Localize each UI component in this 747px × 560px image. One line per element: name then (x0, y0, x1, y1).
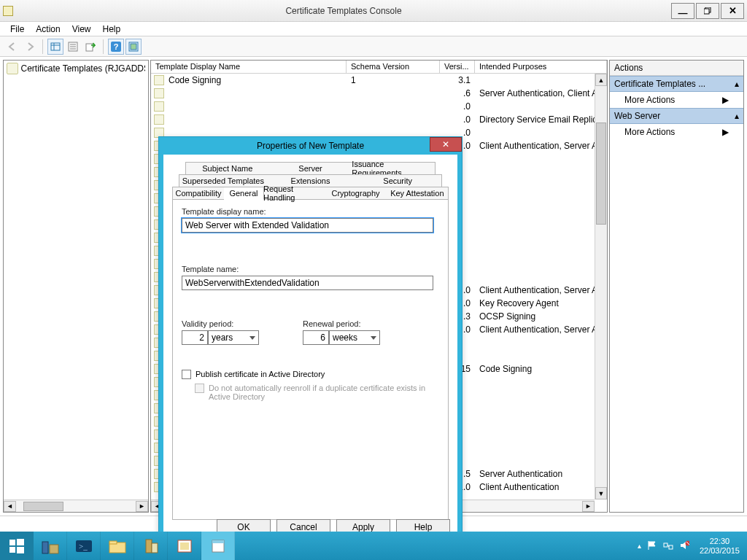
list-row[interactable]: .0Directory Service Email Replica (151, 113, 607, 126)
template-display-name-input[interactable] (182, 218, 433, 233)
renewal-value-input[interactable] (303, 330, 329, 345)
actions-sect-label: Certificate Templates ... (614, 79, 705, 89)
more-actions-item[interactable]: More Actions ▶ (610, 92, 743, 108)
task-cert-templates[interactable] (168, 532, 201, 560)
menu-action[interactable]: Action (30, 23, 66, 36)
tab-server[interactable]: Server (269, 162, 353, 175)
tab-superseded-templates[interactable]: Superseded Templates (179, 174, 268, 187)
task-ad-ca[interactable] (134, 532, 168, 560)
clock-date: 22/03/2015 (700, 546, 740, 556)
svg-rect-28 (664, 543, 667, 547)
tree-hscroll[interactable]: ◄ ► (4, 499, 148, 512)
forward-button[interactable] (22, 39, 38, 55)
restore-button[interactable] (696, 3, 719, 19)
task-explorer[interactable] (101, 532, 134, 560)
list-header: Template Display Name Schema Version Ver… (151, 61, 607, 74)
actions-panel: Actions Certificate Templates ... ▴ More… (609, 60, 744, 513)
actions-item-label: More Actions (624, 127, 675, 137)
tree-root[interactable]: Certificate Templates (RJGADDS (4, 61, 148, 77)
cell-version: .0 (440, 114, 475, 125)
tab-request-handling[interactable]: Request Handling (263, 187, 325, 200)
list-vscroll[interactable]: ▲ ▼ (595, 74, 607, 499)
toolbar-list-icon[interactable] (47, 39, 63, 55)
tab-strip: Subject Name Server Issuance Requirement… (172, 162, 449, 199)
tray-overflow-icon[interactable]: ▴ (638, 542, 641, 550)
window-title: Certificate Templates Console (16, 6, 671, 16)
renewal-period-label: Renewal period: (303, 319, 380, 328)
arrow-right-icon: ▶ (722, 127, 729, 137)
task-properties-dialog[interactable] (201, 532, 235, 560)
publish-in-ad-checkbox[interactable] (182, 370, 191, 379)
tray-network-icon[interactable] (663, 540, 673, 552)
window-titlebar: Certificate Templates Console — ✕ (0, 0, 747, 22)
svg-rect-16 (42, 542, 48, 553)
svg-rect-29 (669, 545, 673, 549)
svg-rect-12 (9, 540, 15, 545)
cell-version: .0 (440, 101, 475, 112)
start-button[interactable] (0, 532, 34, 560)
template-icon (154, 114, 164, 125)
task-server-manager[interactable] (34, 532, 67, 560)
cell-purpose: Server Authentication, Client A (475, 88, 607, 98)
menu-file[interactable]: File (4, 23, 30, 36)
collapse-icon: ▴ (735, 111, 739, 121)
actions-section-web-server[interactable]: Web Server ▴ (610, 108, 743, 124)
tab-subject-name[interactable]: Subject Name (185, 162, 270, 175)
validity-unit-select[interactable]: years (208, 330, 259, 345)
help-icon[interactable]: ? (108, 39, 124, 55)
dialog-close-button[interactable]: ✕ (430, 137, 462, 152)
properties-dialog: Properties of New Template ✕ Subject Nam… (158, 136, 462, 545)
col-schema[interactable]: Schema Version (347, 61, 440, 73)
template-display-name-label: Template display name: (182, 207, 439, 216)
menu-bar: File Action View Help (0, 22, 747, 36)
tab-key-attestation[interactable]: Key Attestation (387, 187, 449, 200)
taskbar-clock[interactable]: 22:30 22/03/2015 (695, 537, 744, 556)
dialog-titlebar[interactable]: Properties of New Template ✕ (159, 137, 462, 155)
tab-issuance-requirements[interactable]: Issuance Requirements (352, 162, 436, 175)
renewal-unit-select[interactable]: weeks (329, 330, 380, 345)
tab-security[interactable]: Security (354, 174, 442, 187)
minimize-button[interactable]: — (671, 3, 694, 19)
template-name-input[interactable] (182, 276, 433, 290)
svg-rect-25 (180, 542, 189, 550)
toolbar-properties-icon[interactable] (65, 39, 81, 55)
svg-rect-13 (17, 539, 24, 545)
template-icon (154, 88, 164, 98)
template-icon (154, 75, 164, 85)
tab-general[interactable]: General (224, 187, 264, 200)
arrow-right-icon: ▶ (722, 95, 729, 105)
certificate-templates-icon (7, 63, 18, 74)
collapse-icon: ▴ (735, 79, 739, 89)
actions-item-label: More Actions (624, 95, 675, 105)
no-reenroll-checkbox-row: Do not automatically reenroll if a dupli… (195, 384, 439, 401)
cell-name: Code Signing (164, 75, 347, 85)
toolbar-template-icon[interactable] (125, 39, 142, 55)
no-reenroll-label: Do not automatically reenroll if a dupli… (209, 384, 427, 401)
tab-page-general: Template display name: Template name: Va… (172, 199, 449, 520)
tray-volume-icon[interactable] (679, 540, 689, 552)
list-row[interactable]: Code Signing13.1 (151, 74, 607, 87)
tray-flag-icon[interactable] (647, 540, 657, 552)
list-row[interactable]: .6Server Authentication, Client A (151, 87, 607, 100)
more-actions-item[interactable]: More Actions ▶ (610, 124, 743, 140)
back-button[interactable] (4, 39, 20, 55)
tab-cryptography[interactable]: Cryptography (325, 187, 387, 200)
col-name[interactable]: Template Display Name (151, 61, 347, 73)
toolbar-export-icon[interactable] (82, 39, 98, 55)
task-powershell[interactable]: >_ (67, 532, 101, 560)
cell-purpose: Client Authentication (475, 482, 607, 492)
menu-view[interactable]: View (66, 23, 97, 36)
tab-compatibility[interactable]: Compatibility (172, 187, 225, 200)
cell-purpose: Key Recovery Agent (475, 298, 607, 308)
menu-help[interactable]: Help (97, 23, 127, 36)
list-row[interactable]: .0 (151, 100, 607, 113)
publish-in-ad-checkbox-row[interactable]: Publish certificate in Active Directory (182, 370, 439, 379)
actions-sect-label: Web Server (614, 111, 660, 121)
col-version[interactable]: Versi... (440, 61, 475, 73)
actions-section-cert-templates[interactable]: Certificate Templates ... ▴ (610, 76, 743, 92)
col-purpose[interactable]: Intended Purposes (475, 61, 607, 73)
cell-version: .6 (440, 88, 475, 98)
dialog-title: Properties of New Template (159, 141, 462, 151)
validity-value-input[interactable] (182, 330, 208, 345)
close-button[interactable]: ✕ (721, 3, 744, 19)
